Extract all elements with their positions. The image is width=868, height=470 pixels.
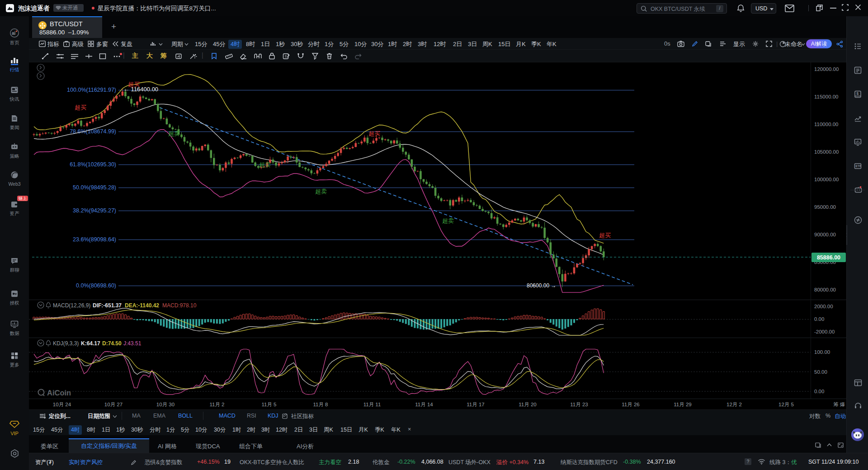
svg-text:超卖: 超卖 [315, 188, 327, 195]
svg-text:超卖: 超卖 [168, 130, 180, 137]
svg-text:12月 2: 12月 2 [726, 402, 742, 407]
svg-text:90000.00: 90000.00 [814, 232, 836, 237]
svg-text:11月 17: 11月 17 [467, 402, 484, 407]
svg-text:DIF:-651.37: DIF:-651.37 [93, 302, 122, 309]
svg-text:12月 5: 12月 5 [778, 402, 794, 407]
svg-text:筹 爆: 筹 爆 [833, 402, 845, 407]
svg-text:23.6%(89098.64): 23.6%(89098.64) [73, 236, 116, 243]
svg-text:10月 27: 10月 27 [104, 402, 123, 407]
svg-text:80600.00 →: 80600.00 → [527, 282, 556, 289]
svg-text:ai: ai [12, 31, 16, 36]
svg-text:100.00: 100.00 [814, 349, 830, 355]
svg-text:61.8%(102695.30): 61.8%(102695.30) [70, 161, 116, 168]
svg-text:11月 8: 11月 8 [313, 402, 328, 407]
svg-text:85886.00: 85886.00 [817, 254, 840, 261]
svg-text:ETF: ETF [856, 164, 861, 168]
svg-text:超卖: 超卖 [259, 161, 271, 168]
svg-text:95000.00: 95000.00 [814, 204, 836, 210]
svg-text:超卖: 超卖 [442, 217, 454, 224]
svg-text:KDJ(9,3,3): KDJ(9,3,3) [53, 340, 79, 347]
svg-text:超买: 超买 [75, 104, 86, 111]
svg-text:K:64.17: K:64.17 [81, 340, 100, 347]
svg-text:80000.00: 80000.00 [814, 287, 836, 292]
svg-text:2000.00: 2000.00 [814, 304, 833, 309]
svg-text:$: $ [856, 91, 859, 96]
svg-text:100.0%(116291.97): 100.0%(116291.97) [67, 87, 116, 93]
svg-text:← 116400.00: ← 116400.00 [123, 86, 158, 93]
svg-text:50.0%(98495.28): 50.0%(98495.28) [73, 184, 116, 191]
svg-text:50.00: 50.00 [814, 369, 827, 375]
svg-text:MACD(12,26,9): MACD(12,26,9) [53, 302, 90, 309]
svg-text:10月 24: 10月 24 [53, 402, 71, 407]
svg-text:AiCoin: AiCoin [47, 389, 71, 397]
svg-text:110000.00: 110000.00 [814, 122, 839, 127]
svg-text:0.00: 0.00 [814, 316, 824, 322]
svg-text:超买: 超买 [599, 232, 611, 239]
svg-text:38.2%(94295.27): 38.2%(94295.27) [73, 207, 116, 214]
svg-text:11月 2: 11月 2 [209, 402, 224, 407]
svg-text:DEA:-1140.42: DEA:-1140.42 [125, 302, 159, 309]
svg-text:11月 29: 11月 29 [674, 402, 691, 407]
svg-text:11月 14: 11月 14 [415, 402, 433, 407]
svg-text:105000.00: 105000.00 [814, 149, 839, 155]
svg-text:-2000.00: -2000.00 [814, 329, 835, 334]
svg-text:11月 5: 11月 5 [261, 402, 276, 407]
svg-text:J:43.51: J:43.51 [123, 340, 142, 347]
svg-text:115000.00: 115000.00 [814, 94, 839, 99]
svg-text:100000.00: 100000.00 [814, 177, 839, 182]
svg-text:11月 11: 11月 11 [363, 402, 381, 407]
svg-text:0.0%(80698.60): 0.0%(80698.60) [76, 282, 116, 289]
svg-text:11月 26: 11月 26 [622, 402, 639, 407]
svg-text:超买: 超买 [368, 130, 380, 137]
svg-text:11月 23: 11月 23 [570, 402, 588, 407]
svg-text:10月 30: 10月 30 [156, 402, 175, 407]
svg-text:0.00: 0.00 [814, 389, 824, 394]
svg-text:120000.00: 120000.00 [814, 66, 839, 72]
svg-text:D:74.50: D:74.50 [102, 340, 122, 347]
svg-text:11月 20: 11月 20 [519, 402, 536, 407]
svg-text:MACD:978.10: MACD:978.10 [162, 302, 197, 309]
